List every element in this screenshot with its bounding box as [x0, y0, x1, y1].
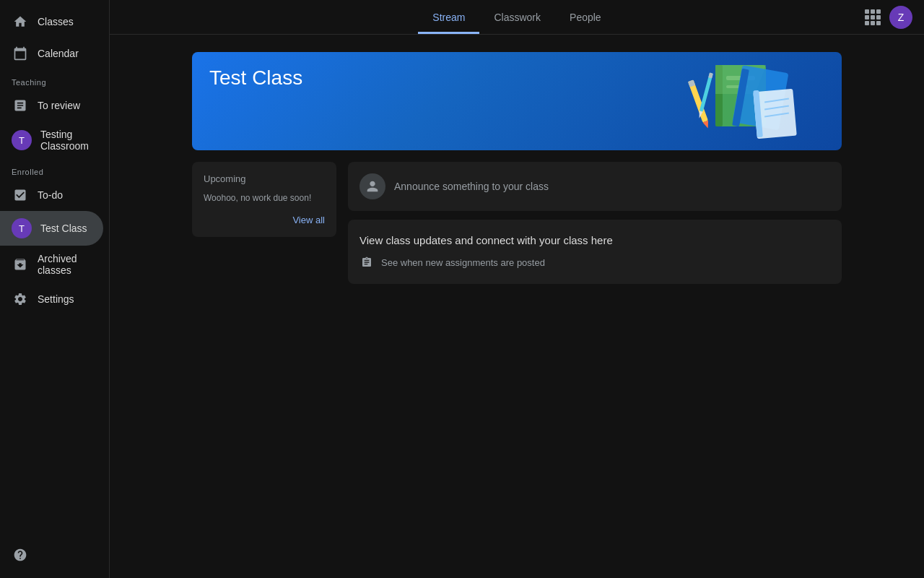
- upcoming-title: Upcoming: [204, 173, 325, 184]
- todo-icon: [12, 186, 29, 204]
- sidebar-item-to-review[interactable]: To review: [0, 90, 103, 121]
- apps-grid-icon[interactable]: [865, 9, 881, 25]
- sidebar-item-testing-classroom[interactable]: T Testing Classroom: [0, 121, 103, 159]
- teaching-section-label: Teaching: [0, 69, 109, 90]
- user-avatar[interactable]: Z: [889, 6, 912, 29]
- enrolled-section-label: Enrolled: [0, 159, 109, 179]
- sidebar-item-test-class[interactable]: T Test Class: [0, 211, 103, 246]
- settings-icon: [12, 290, 29, 308]
- bottom-section: Upcoming Woohoo, no work due soon! View …: [192, 162, 842, 284]
- svg-rect-11: [708, 72, 713, 78]
- announce-avatar: [359, 173, 385, 199]
- nav-tabs: Stream Classwork People: [418, 0, 615, 34]
- sidebar-item-test-class-label: Test Class: [40, 223, 87, 234]
- tab-people[interactable]: People: [555, 0, 616, 34]
- sidebar-item-settings-label: Settings: [38, 293, 74, 305]
- sidebar-item-to-review-label: To review: [38, 100, 80, 111]
- class-banner-title: Test Class: [209, 66, 302, 90]
- sidebar-item-calendar-label: Calendar: [38, 48, 79, 59]
- content-wrapper: Test Class: [192, 52, 842, 284]
- sidebar-item-archived-classes-label: Archived classes: [38, 253, 92, 276]
- class-banner: Test Class: [192, 52, 842, 150]
- review-icon: [12, 97, 29, 114]
- tab-classwork[interactable]: Classwork: [479, 0, 555, 34]
- main-content: Test Class: [110, 35, 924, 578]
- topbar: Stream Classwork People Z: [110, 0, 924, 35]
- sidebar-item-classes[interactable]: Classes: [0, 6, 103, 38]
- view-all-link[interactable]: View all: [204, 215, 325, 225]
- announce-placeholder-text: Announce something to your class: [394, 181, 549, 192]
- info-card-item-text: See when new assignments are posted: [381, 257, 545, 268]
- sidebar-item-classes-label: Classes: [38, 16, 74, 27]
- svg-rect-9: [699, 72, 713, 111]
- sidebar-item-to-do-label: To-do: [38, 189, 63, 201]
- archive-icon: [12, 256, 29, 273]
- topbar-actions: Z: [865, 6, 912, 29]
- calendar-icon: [12, 45, 29, 62]
- sidebar-item-calendar[interactable]: Calendar: [0, 38, 103, 69]
- home-icon: [12, 13, 29, 30]
- testing-classroom-avatar: T: [12, 130, 32, 150]
- books-svg: [643, 58, 824, 144]
- sidebar-help[interactable]: [0, 538, 109, 572]
- help-icon: [12, 546, 29, 564]
- upcoming-empty-message: Woohoo, no work due soon!: [204, 193, 325, 203]
- announce-card[interactable]: Announce something to your class: [348, 162, 842, 211]
- stream-cards: Announce something to your class View cl…: [348, 162, 842, 284]
- info-card-item: See when new assignments are posted: [359, 255, 830, 269]
- banner-illustration: [625, 52, 842, 150]
- sidebar-item-archived-classes[interactable]: Archived classes: [0, 246, 103, 283]
- test-class-avatar: T: [12, 218, 32, 238]
- sidebar: Classes Calendar Teaching To review T Te…: [0, 0, 110, 578]
- info-card-title: View class updates and connect with your…: [359, 234, 830, 246]
- tab-stream[interactable]: Stream: [418, 0, 479, 34]
- sidebar-item-settings[interactable]: Settings: [0, 283, 103, 315]
- sidebar-item-testing-classroom-label: Testing Classroom: [40, 129, 92, 152]
- sidebar-item-to-do[interactable]: To-do: [0, 179, 103, 211]
- info-card: View class updates and connect with your…: [348, 220, 842, 284]
- upcoming-card: Upcoming Woohoo, no work due soon! View …: [192, 162, 336, 237]
- assignment-icon: [359, 255, 374, 269]
- person-icon: [365, 178, 380, 194]
